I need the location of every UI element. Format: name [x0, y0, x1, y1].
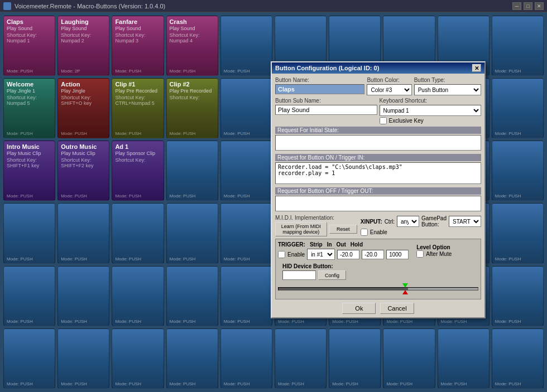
btn-title-claps: Claps: [7, 18, 52, 25]
macro-btn-r5c2[interactable]: Mode: PUSH: [57, 266, 109, 326]
macro-btn-action[interactable]: Action Play Jingle Shortcut Key: SHIFT+O…: [57, 78, 109, 138]
macro-btn-r5c4[interactable]: Mode: PUSH: [166, 266, 218, 326]
macro-btn-r6c8[interactable]: Mode: PUSH: [383, 328, 435, 389]
trigger-label: TRIGGER:: [278, 241, 305, 248]
maximize-button[interactable]: □: [524, 2, 532, 10]
keyboard-shortcut-select[interactable]: Numpad 1: [380, 105, 482, 116]
button-configuration-dialog: Button Configuration (Logical ID: 0) ✕ B…: [271, 61, 486, 318]
midi-xinput-row: M.I.D.I. Implementation: Learn (From MID…: [275, 215, 481, 236]
button-color-label: Button Color:: [367, 77, 411, 83]
close-button[interactable]: ✕: [535, 2, 544, 10]
macro-btn-r4c2[interactable]: Mode: PUSH: [57, 203, 109, 263]
btn-shortcut-label-laughing: Shortcut Key:: [61, 32, 106, 38]
macro-btn-r6c4[interactable]: Mode: PUSH: [166, 328, 218, 389]
macro-btn-welcome[interactable]: Welcome Play Jingle 1 Shortcut Key: Nump…: [3, 78, 55, 138]
trigger-hold-input[interactable]: [386, 250, 409, 259]
macro-btn-ad1[interactable]: Ad 1 Play Sponsor Clip Shortcut Key: Mod…: [112, 141, 164, 201]
macro-btn-r6c6[interactable]: Mode: PUSH: [275, 328, 327, 389]
button-name-input[interactable]: [275, 84, 364, 94]
macro-btn-r6c1[interactable]: Mode: PUSH: [3, 328, 55, 389]
request-off-textarea[interactable]: [275, 196, 481, 211]
macro-btn-r2c10[interactable]: Mode: PUSH: [492, 78, 544, 138]
macro-btn-intro[interactable]: Intro Music Play Music Clip Shortcut Key…: [3, 141, 55, 201]
macro-btn-r5c3[interactable]: Mode: PUSH: [112, 266, 164, 326]
macro-btn-laughing[interactable]: Laughing Play Sound Shortcut Key: Numpad…: [57, 16, 109, 76]
macro-btn-r6c7[interactable]: Mode: PUSH: [329, 328, 381, 389]
xinput-enable-checkbox[interactable]: [361, 229, 368, 236]
macro-btn-r6c2[interactable]: Mode: PUSH: [57, 328, 109, 389]
btn-shortcut-label-clip2: Shortcut Key:: [170, 95, 215, 100]
btn-shortcut-label-outro: Shortcut Key:: [61, 157, 106, 163]
minimize-button[interactable]: ─: [512, 2, 521, 10]
macro-btn-crash[interactable]: Crash Play Sound Shortcut Key: Numpad 4 …: [166, 16, 218, 76]
btn-title-crash: Crash: [170, 18, 215, 25]
btn-mode-r1c5: Mode: PUSH: [224, 69, 250, 74]
midi-learn-button[interactable]: Learn (From MIDI mapping device): [275, 222, 327, 236]
row-subname-shortcut: Button Sub Name: Keyboard Shortcut: Nump…: [275, 98, 481, 124]
exclusive-key-checkbox[interactable]: [380, 117, 387, 124]
trigger-strip-select[interactable]: in #1: [307, 249, 335, 260]
macro-btn-r4c1[interactable]: Mode: PUSH: [3, 203, 55, 263]
macro-btn-r1c10[interactable]: Mode: PUSH: [492, 16, 544, 76]
xinput-ctrl-select[interactable]: any: [397, 216, 419, 227]
macro-btn-r6c9[interactable]: Mode: PUSH: [438, 328, 490, 389]
macro-btn-claps[interactable]: Claps Play Sound Shortcut Key: Numpad 1 …: [3, 16, 55, 76]
after-mute-checkbox[interactable]: [416, 250, 424, 258]
request-off-header: Request for Button OFF / Trigger OUT:: [275, 187, 481, 195]
btn-subtitle-clip1: Play Pre Recorded: [115, 88, 160, 94]
sub-name-input[interactable]: [275, 105, 377, 115]
btn-subtitle-clip2: Play Pre Recorded: [170, 88, 215, 94]
button-type-select[interactable]: Push Button: [414, 84, 481, 95]
macro-btn-r5c10[interactable]: Mode: PUSH: [492, 266, 544, 326]
cancel-button[interactable]: Cancel: [380, 303, 414, 314]
btn-shortcut-label-action: Shortcut Key:: [61, 95, 106, 100]
request-initial-state-textarea[interactable]: [275, 135, 481, 151]
gamepad-label: GamePad Button:: [421, 215, 447, 228]
gamepad-select[interactable]: START: [449, 216, 481, 227]
hid-config-button[interactable]: Config: [318, 270, 346, 280]
macro-btn-r5c5[interactable]: Mode: PUSH: [220, 266, 272, 326]
macro-btn-r4c5[interactable]: Mode: PUSH: [220, 203, 272, 263]
macro-btn-r4c4[interactable]: Mode: PUSH: [166, 203, 218, 263]
trigger-in-input[interactable]: [337, 250, 359, 259]
request-on-textarea[interactable]: Recorder.load = "C:\Sounds\claps.mp3" re…: [275, 162, 481, 184]
macro-btn-r6c10[interactable]: Mode: PUSH: [492, 328, 544, 389]
btn-mode-clip1: Mode: PUSH: [115, 131, 141, 136]
macro-btn-r4c10[interactable]: Mode: PUSH: [492, 203, 544, 263]
request-initial-state-header: Request For Initial State:: [275, 127, 481, 134]
title-bar: Voicemeeter.Remote - Macro-Buttons (Vers…: [0, 0, 547, 12]
macro-btn-r1c5[interactable]: Mode: PUSH: [220, 16, 272, 76]
macro-btn-r3c5[interactable]: Mode: PUSH: [220, 141, 272, 201]
hid-device-input[interactable]: [282, 270, 316, 280]
midi-reset-button[interactable]: Reset: [329, 225, 357, 234]
trigger-out-input[interactable]: [362, 250, 384, 259]
macro-btn-r5c1[interactable]: Mode: PUSH: [3, 266, 55, 326]
trigger-enable-checkbox[interactable]: [278, 251, 285, 258]
trigger-slider-container: [278, 282, 478, 296]
ok-button[interactable]: Ok: [342, 303, 376, 314]
trigger-inputs-row: Enable in #1: [278, 249, 409, 260]
xinput-enable-row: Enable: [361, 229, 481, 236]
macro-btn-clip2[interactable]: Clip #2 Play Pre Recorded Shortcut Key: …: [166, 78, 218, 138]
btn-subtitle-claps: Play Sound: [7, 26, 52, 31]
macro-btn-r3c4[interactable]: Mode: PUSH: [166, 141, 218, 201]
macro-btn-r4c3[interactable]: Mode: PUSH: [112, 203, 164, 263]
btn-shortcut-label-claps: Shortcut Key:: [7, 32, 52, 38]
btn-shortcut-clip1: CTRL+Numpad 5: [115, 100, 160, 106]
btn-mode-r3c5: Mode: PUSH: [224, 193, 250, 199]
macro-btn-r3c10[interactable]: Mode: PUSH: [492, 141, 544, 201]
btn-mode-intro: Mode: PUSH: [7, 193, 33, 199]
macro-btn-outro[interactable]: Outro Music Play Music Clip Shortcut Key…: [57, 141, 109, 201]
btn-mode-crash: Mode: PUSH: [170, 69, 196, 74]
button-color-select[interactable]: Color #3: [367, 84, 411, 95]
btn-mode-laughing: Mode: 2P: [61, 69, 80, 74]
macro-btn-r6c3[interactable]: Mode: PUSH: [112, 328, 164, 389]
btn-mode-outro: Mode: PUSH: [61, 193, 87, 199]
macro-btn-clip1[interactable]: Clip #1 Play Pre Recorded Shortcut Key: …: [112, 78, 164, 138]
trigger-hold-label: Hold: [351, 241, 363, 248]
macro-btn-r6c5[interactable]: Mode: PUSH: [220, 328, 272, 389]
macro-btn-fanfare[interactable]: Fanfare Play Sound Shortcut Key: Numpad …: [112, 16, 164, 76]
macro-btn-r2c5[interactable]: Mode: PUSH: [220, 78, 272, 138]
trigger-section: TRIGGER: Strip In Out Hold Enable in #: [275, 239, 481, 299]
dialog-close-button[interactable]: ✕: [472, 64, 481, 72]
